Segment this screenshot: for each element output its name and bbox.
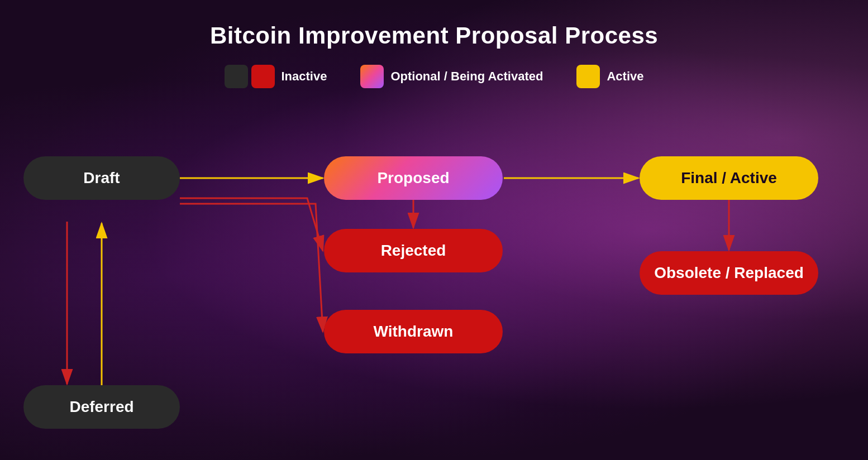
legend-item-inactive: Inactive xyxy=(225,65,327,88)
legend-item-optional: Optional / Being Activated xyxy=(360,65,543,88)
node-obsolete: Obsolete / Replaced xyxy=(640,251,818,295)
legend-swatch-dark xyxy=(225,65,248,88)
node-withdrawn: Withdrawn xyxy=(324,310,503,353)
page-title: Bitcoin Improvement Proposal Process xyxy=(0,0,868,49)
diagram: Draft Proposed Final / Active Rejected W… xyxy=(0,112,868,460)
node-draft: Draft xyxy=(23,156,180,200)
legend-item-active: Active xyxy=(576,65,643,88)
main-content: Bitcoin Improvement Proposal Process Ina… xyxy=(0,0,868,460)
node-final: Final / Active xyxy=(640,156,818,200)
legend-label-inactive: Inactive xyxy=(282,69,327,84)
legend: Inactive Optional / Being Activated Acti… xyxy=(0,65,868,88)
legend-swatch-red xyxy=(251,65,275,88)
legend-swatch-yellow xyxy=(576,65,600,88)
node-deferred: Deferred xyxy=(23,385,180,429)
legend-label-active: Active xyxy=(607,69,643,84)
node-proposed: Proposed xyxy=(324,156,503,200)
legend-label-optional: Optional / Being Activated xyxy=(390,69,543,84)
legend-swatch-gradient xyxy=(360,65,384,88)
node-rejected: Rejected xyxy=(324,229,503,272)
legend-swatches-inactive xyxy=(225,65,275,88)
